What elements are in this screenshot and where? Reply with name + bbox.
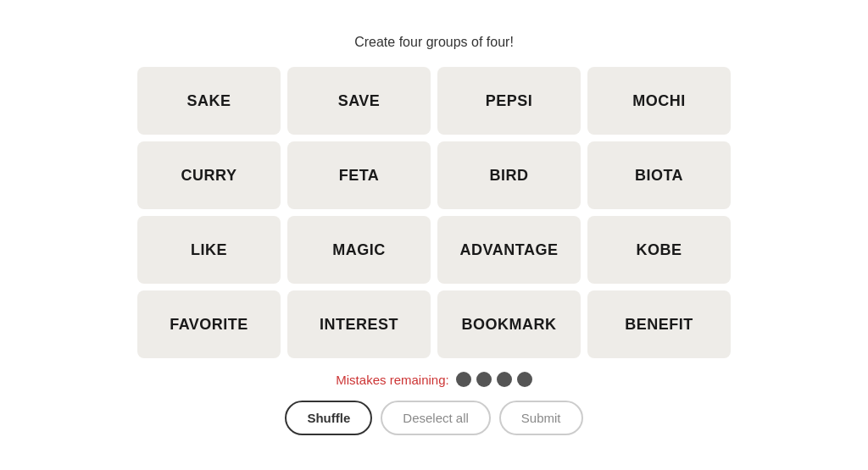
word-card[interactable]: PEPSI bbox=[437, 67, 581, 135]
submit-button[interactable]: Submit bbox=[499, 401, 583, 435]
word-card[interactable]: BENEFIT bbox=[587, 290, 731, 358]
word-card[interactable]: SAVE bbox=[287, 67, 431, 135]
word-card[interactable]: CURRY bbox=[137, 141, 281, 209]
mistake-dot bbox=[517, 372, 532, 387]
word-card[interactable]: FAVORITE bbox=[137, 290, 281, 358]
instructions: Create four groups of four! bbox=[354, 35, 514, 50]
word-card[interactable]: FETA bbox=[287, 141, 431, 209]
game-container: Create four groups of four! SAKESAVEPEPS… bbox=[137, 35, 731, 435]
mistakes-row: Mistakes remaining: bbox=[336, 372, 531, 387]
buttons-row: Shuffle Deselect all Submit bbox=[285, 401, 582, 435]
word-grid: SAKESAVEPEPSIMOCHICURRYFETABIRDBIOTALIKE… bbox=[137, 67, 731, 358]
word-card[interactable]: BOOKMARK bbox=[437, 290, 581, 358]
mistakes-dots bbox=[456, 372, 532, 387]
mistake-dot bbox=[476, 372, 492, 387]
mistake-dot bbox=[497, 372, 512, 387]
word-card[interactable]: BIRD bbox=[437, 141, 581, 209]
word-card[interactable]: BIOTA bbox=[587, 141, 731, 209]
shuffle-button[interactable]: Shuffle bbox=[285, 401, 372, 435]
word-card[interactable]: LIKE bbox=[137, 216, 281, 284]
word-card[interactable]: ADVANTAGE bbox=[437, 216, 581, 284]
word-card[interactable]: INTEREST bbox=[287, 290, 431, 358]
word-card[interactable]: KOBE bbox=[587, 216, 731, 284]
mistakes-label: Mistakes remaining: bbox=[336, 373, 448, 387]
word-card[interactable]: MOCHI bbox=[587, 67, 731, 135]
word-card[interactable]: MAGIC bbox=[287, 216, 431, 284]
mistake-dot bbox=[456, 372, 471, 387]
deselect-button[interactable]: Deselect all bbox=[381, 401, 491, 435]
word-card[interactable]: SAKE bbox=[137, 67, 281, 135]
